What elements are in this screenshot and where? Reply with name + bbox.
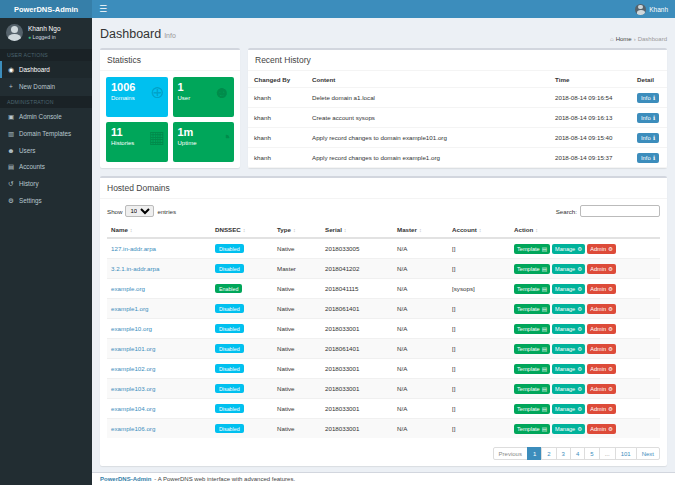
breadcrumb-home-link[interactable]: Home bbox=[616, 36, 632, 42]
brand-logo[interactable]: PowerDNS-Admin bbox=[0, 0, 92, 18]
manage-button[interactable]: Manage⚙ bbox=[552, 324, 585, 334]
domain-name-link[interactable]: example106.org bbox=[111, 425, 155, 432]
admin-button[interactable]: Admin⚙ bbox=[587, 284, 616, 294]
template-button[interactable]: Template▤ bbox=[514, 244, 550, 254]
sidebar-item-accounts[interactable]: ▤Accounts bbox=[0, 158, 92, 175]
admin-button[interactable]: Admin⚙ bbox=[587, 384, 616, 394]
manage-button[interactable]: Manage⚙ bbox=[552, 344, 585, 354]
domain-name-link[interactable]: example104.org bbox=[111, 405, 155, 412]
domain-name-link[interactable]: 127.in-addr.arpa bbox=[111, 245, 156, 252]
admin-icon: ⚙ bbox=[608, 346, 613, 352]
action-button-label: Template bbox=[517, 426, 540, 432]
domain-name-link[interactable]: example10.org bbox=[111, 325, 152, 332]
sidebar-item-dashboard[interactable]: ◉Dashboard bbox=[0, 61, 92, 78]
action-button-label: Manage bbox=[555, 386, 575, 392]
template-button[interactable]: Template▤ bbox=[514, 404, 550, 414]
pagination-page-3[interactable]: 3 bbox=[556, 447, 571, 460]
manage-button[interactable]: Manage⚙ bbox=[552, 284, 585, 294]
domains-column-master[interactable]: Master↕ bbox=[393, 222, 448, 238]
domain-name-link[interactable]: example1.org bbox=[111, 305, 149, 312]
navbar-user-menu[interactable]: Khanh bbox=[635, 4, 668, 15]
history-changed-by: khanh bbox=[248, 128, 306, 148]
admin-button[interactable]: Admin⚙ bbox=[587, 324, 616, 334]
navbar-username: Khanh bbox=[649, 6, 668, 13]
pagination-previous[interactable]: Previous bbox=[493, 447, 528, 460]
action-button-label: Admin bbox=[590, 366, 606, 372]
template-button[interactable]: Template▤ bbox=[514, 344, 550, 354]
admin-button[interactable]: Admin⚙ bbox=[587, 264, 616, 274]
action-button-label: Admin bbox=[590, 406, 606, 412]
sidebar-item-settings[interactable]: ⚙Settings bbox=[0, 192, 92, 209]
admin-button[interactable]: Admin⚙ bbox=[587, 364, 616, 374]
history-info-button[interactable]: Infoℹ bbox=[637, 93, 659, 103]
history-detail-cell: Infoℹ bbox=[631, 88, 667, 108]
sidebar-item-label: New Domain bbox=[19, 83, 55, 90]
domain-name-link[interactable]: example103.org bbox=[111, 385, 155, 392]
domain-dnssec-cell: Disabled bbox=[211, 259, 273, 279]
pagination-page-4[interactable]: 4 bbox=[570, 447, 585, 460]
admin-icon: ⚙ bbox=[608, 326, 613, 332]
domain-name-link[interactable]: example102.org bbox=[111, 365, 155, 372]
template-button[interactable]: Template▤ bbox=[514, 284, 550, 294]
page-size-label-show: Show bbox=[107, 208, 122, 215]
admin-button[interactable]: Admin⚙ bbox=[587, 424, 616, 434]
domains-column-account[interactable]: Account↕ bbox=[448, 222, 510, 238]
admin-button[interactable]: Admin⚙ bbox=[587, 244, 616, 254]
domains-column-type[interactable]: Type↕ bbox=[273, 222, 321, 238]
template-button[interactable]: Template▤ bbox=[514, 324, 550, 334]
domain-type: Native bbox=[273, 379, 321, 399]
domain-master: N/A bbox=[393, 238, 448, 259]
pagination-page-101[interactable]: 101 bbox=[615, 447, 637, 460]
pagination-next[interactable]: Next bbox=[636, 447, 660, 460]
sidebar-item-new-domain[interactable]: +New Domain bbox=[0, 78, 92, 94]
sidebar-toggle-icon[interactable]: ☰ bbox=[99, 5, 107, 14]
template-button[interactable]: Template▤ bbox=[514, 264, 550, 274]
history-info-button[interactable]: Infoℹ bbox=[637, 153, 659, 163]
action-button-label: Manage bbox=[555, 366, 575, 372]
domain-name-link[interactable]: 3.2.1.in-addr.arpa bbox=[111, 265, 160, 272]
sidebar-item-history[interactable]: ↺History bbox=[0, 175, 92, 192]
history-info-button[interactable]: Infoℹ bbox=[637, 113, 659, 123]
manage-button[interactable]: Manage⚙ bbox=[552, 304, 585, 314]
stats-grid: 1006Domains⊕1User☻11Histories▦1mUptime◔ bbox=[100, 71, 240, 168]
manage-button[interactable]: Manage⚙ bbox=[552, 264, 585, 274]
manage-button[interactable]: Manage⚙ bbox=[552, 404, 585, 414]
stat-box-user: 1User☻ bbox=[173, 77, 235, 117]
template-button[interactable]: Template▤ bbox=[514, 364, 550, 374]
domain-name-link[interactable]: example.org bbox=[111, 285, 145, 292]
sidebar-item-admin-console[interactable]: ▣Admin Console bbox=[0, 108, 92, 125]
domains-column-action[interactable]: Action↕ bbox=[510, 222, 660, 238]
pagination-page-1[interactable]: 1 bbox=[527, 447, 542, 460]
domain-account: [] bbox=[448, 379, 510, 399]
pagination-page-5[interactable]: 5 bbox=[584, 447, 599, 460]
manage-button[interactable]: Manage⚙ bbox=[552, 364, 585, 374]
domains-column-dnssec[interactable]: DNSSEC↕ bbox=[211, 222, 273, 238]
action-button-label: Manage bbox=[555, 346, 575, 352]
sidebar-item-users[interactable]: ☻Users bbox=[0, 142, 92, 158]
statistics-title: Statistics bbox=[100, 50, 240, 71]
template-button[interactable]: Template▤ bbox=[514, 304, 550, 314]
template-button[interactable]: Template▤ bbox=[514, 424, 550, 434]
history-info-button[interactable]: Infoℹ bbox=[637, 133, 659, 143]
admin-button[interactable]: Admin⚙ bbox=[587, 404, 616, 414]
console-icon: ▣ bbox=[7, 113, 15, 121]
domains-column-name[interactable]: Name↕ bbox=[107, 222, 211, 238]
manage-button[interactable]: Manage⚙ bbox=[552, 244, 585, 254]
template-icon: ▤ bbox=[542, 306, 547, 312]
sidebar-item-label: History bbox=[19, 180, 39, 187]
admin-button[interactable]: Admin⚙ bbox=[587, 304, 616, 314]
info-icon: ℹ bbox=[653, 95, 655, 101]
manage-button[interactable]: Manage⚙ bbox=[552, 384, 585, 394]
admin-button[interactable]: Admin⚙ bbox=[587, 344, 616, 354]
domain-name-link[interactable]: example101.org bbox=[111, 345, 155, 352]
search-input[interactable] bbox=[580, 205, 660, 217]
manage-button[interactable]: Manage⚙ bbox=[552, 424, 585, 434]
dashboard-icon: ◉ bbox=[7, 66, 15, 74]
pagination-page-2[interactable]: 2 bbox=[541, 447, 556, 460]
domain-row: 127.in-addr.arpaDisabledNative2018033005… bbox=[107, 238, 660, 259]
sidebar-item-domain-templates[interactable]: ▥Domain Templates bbox=[0, 125, 92, 142]
template-button[interactable]: Template▤ bbox=[514, 384, 550, 394]
admin-icon: ⚙ bbox=[608, 266, 613, 272]
page-size-select[interactable]: 10 bbox=[125, 205, 154, 217]
domains-column-serial[interactable]: Serial↕ bbox=[321, 222, 393, 238]
